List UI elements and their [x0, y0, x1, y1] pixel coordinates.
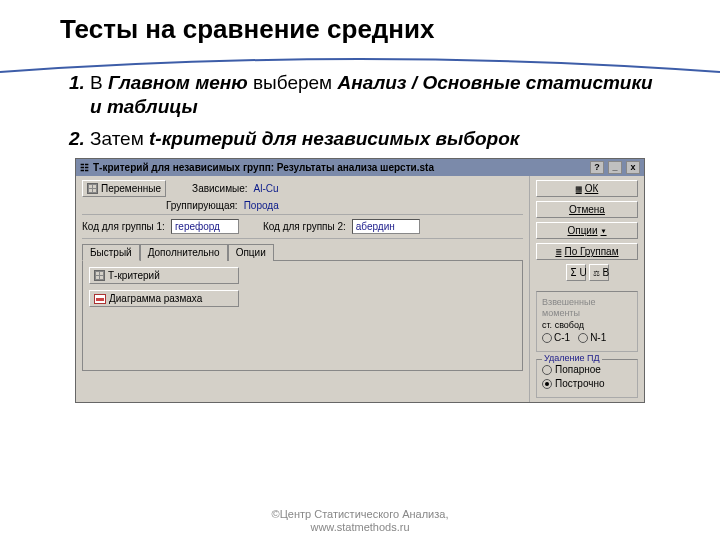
missing-data-group: Удаление ПД Попарное Построчно [536, 359, 638, 398]
dependent-label: Зависимые: [192, 183, 248, 194]
missing-data-legend: Удаление ПД [542, 353, 602, 363]
weight-icon: ⚖ [594, 267, 600, 278]
dialog-window: ☷ Т-критерий для независимых групп: Резу… [75, 158, 645, 403]
instruction-list: В Главном меню выберем Анализ / Основные… [60, 71, 660, 150]
minimize-button[interactable]: _ [608, 161, 622, 174]
app-icon: ☷ [80, 162, 89, 173]
radio-pairwise[interactable] [542, 365, 552, 375]
variables-button[interactable]: Переменные [82, 180, 166, 197]
close-button[interactable]: x [626, 161, 640, 174]
sigma-icon: Σ [571, 267, 577, 278]
footer-line2: www.statmethods.ru [0, 521, 720, 534]
boxplot-button[interactable]: Диаграмма размаха [89, 290, 239, 307]
dependent-value: Al-Cu [254, 183, 279, 194]
group1-code-input[interactable]: герефорд [171, 219, 239, 234]
chevron-down-icon: ▾ [601, 225, 607, 236]
tab-advanced[interactable]: Дополнительно [140, 244, 228, 261]
run-icon: ▦ [576, 183, 582, 194]
window-title: Т-критерий для независимых групп: Резуль… [93, 162, 586, 173]
grouping-value: Порода [244, 200, 279, 211]
group1-code-label: Код для группы 1: [82, 221, 165, 232]
radio-c1-label: С-1 [554, 332, 570, 343]
options-button[interactable]: Опции ▾ [536, 222, 638, 239]
divider-arc [0, 56, 720, 74]
help-button[interactable]: ? [590, 161, 604, 174]
u-button[interactable]: ΣU [566, 264, 586, 281]
df-label: ст. свобод [542, 320, 632, 330]
cancel-button[interactable]: Отмена [536, 201, 638, 218]
grid-icon [87, 183, 98, 194]
moments-group: Взвешенные моменты ст. свобод С-1 N-1 [536, 291, 638, 352]
radio-c1[interactable] [542, 333, 552, 343]
radio-pairwise-label: Попарное [555, 364, 601, 375]
tab-quick[interactable]: Быстрый [82, 244, 140, 261]
by-groups-button[interactable]: ≣ По Группам [536, 243, 638, 260]
list-item: Затем t-критерий для независимых выборок [90, 127, 660, 151]
tab-options[interactable]: Опции [228, 244, 274, 261]
title-bar: ☷ Т-критерий для независимых групп: Резу… [76, 159, 644, 176]
grouping-label: Группирующая: [166, 200, 238, 211]
radio-n1-label: N-1 [590, 332, 606, 343]
stack-icon: ≣ [555, 246, 561, 257]
page-title: Тесты на сравнение средних [0, 0, 720, 51]
group2-code-label: Код для группы 2: [263, 221, 346, 232]
radio-casewise-label: Построчно [555, 378, 605, 389]
chart-icon [94, 294, 106, 304]
moments-label: Взвешенные моменты [542, 297, 595, 318]
grid-icon [94, 270, 105, 281]
radio-casewise[interactable] [542, 379, 552, 389]
footer-line1: ©Центр Статистического Анализа, [0, 508, 720, 521]
group2-code-input[interactable]: абердин [352, 219, 420, 234]
list-item: В Главном меню выберем Анализ / Основные… [90, 71, 660, 119]
ok-button[interactable]: ▦ ОК [536, 180, 638, 197]
b-button[interactable]: ⚖B [589, 264, 609, 281]
t-test-button[interactable]: Т-критерий [89, 267, 239, 284]
footer: ©Центр Статистического Анализа, www.stat… [0, 508, 720, 534]
radio-n1[interactable] [578, 333, 588, 343]
